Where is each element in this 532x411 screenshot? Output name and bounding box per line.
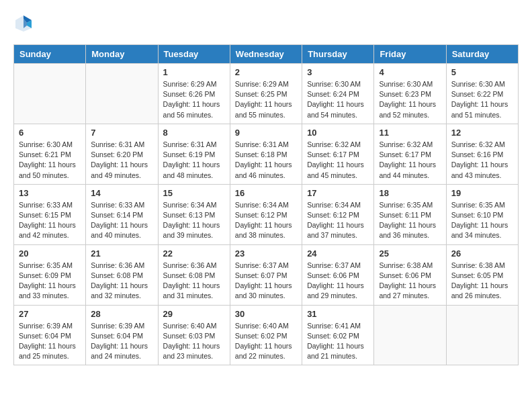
weekday-header-monday: Monday	[86, 45, 158, 64]
calendar-cell: 9Sunrise: 6:31 AM Sunset: 6:18 PM Daylig…	[230, 124, 302, 184]
day-info: Sunrise: 6:36 AM Sunset: 6:08 PM Dayligh…	[163, 261, 225, 302]
calendar-cell: 15Sunrise: 6:34 AM Sunset: 6:13 PM Dayli…	[158, 184, 230, 244]
day-info: Sunrise: 6:35 AM Sunset: 6:11 PM Dayligh…	[379, 200, 441, 241]
day-number: 31	[307, 309, 369, 319]
day-info: Sunrise: 6:33 AM Sunset: 6:15 PM Dayligh…	[19, 200, 81, 241]
calendar-cell	[86, 64, 158, 124]
day-number: 18	[379, 188, 441, 198]
day-info: Sunrise: 6:40 AM Sunset: 6:03 PM Dayligh…	[163, 321, 225, 362]
calendar-cell	[374, 305, 446, 365]
calendar-cell: 10Sunrise: 6:32 AM Sunset: 6:17 PM Dayli…	[302, 124, 374, 184]
day-number: 25	[379, 248, 441, 259]
day-info: Sunrise: 6:30 AM Sunset: 6:24 PM Dayligh…	[307, 79, 369, 120]
day-info: Sunrise: 6:41 AM Sunset: 6:02 PM Dayligh…	[307, 321, 369, 362]
day-info: Sunrise: 6:30 AM Sunset: 6:21 PM Dayligh…	[19, 140, 81, 181]
calendar-cell: 17Sunrise: 6:34 AM Sunset: 6:12 PM Dayli…	[302, 184, 374, 244]
day-info: Sunrise: 6:29 AM Sunset: 6:25 PM Dayligh…	[235, 79, 297, 120]
day-info: Sunrise: 6:33 AM Sunset: 6:14 PM Dayligh…	[91, 200, 152, 241]
day-number: 26	[451, 248, 513, 259]
calendar-cell: 14Sunrise: 6:33 AM Sunset: 6:14 PM Dayli…	[86, 184, 158, 244]
day-info: Sunrise: 6:38 AM Sunset: 6:05 PM Dayligh…	[451, 261, 513, 302]
calendar-cell: 3Sunrise: 6:30 AM Sunset: 6:24 PM Daylig…	[302, 64, 374, 124]
day-info: Sunrise: 6:32 AM Sunset: 6:16 PM Dayligh…	[451, 140, 513, 181]
calendar-cell: 30Sunrise: 6:40 AM Sunset: 6:02 PM Dayli…	[230, 305, 302, 365]
calendar-cell: 11Sunrise: 6:32 AM Sunset: 6:17 PM Dayli…	[374, 124, 446, 184]
day-info: Sunrise: 6:37 AM Sunset: 6:06 PM Dayligh…	[307, 261, 369, 302]
calendar-cell: 24Sunrise: 6:37 AM Sunset: 6:06 PM Dayli…	[302, 244, 374, 305]
day-number: 9	[235, 128, 297, 138]
day-info: Sunrise: 6:36 AM Sunset: 6:08 PM Dayligh…	[91, 261, 152, 302]
day-number: 17	[307, 188, 369, 198]
day-number: 27	[19, 309, 81, 319]
day-info: Sunrise: 6:31 AM Sunset: 6:20 PM Dayligh…	[91, 140, 152, 181]
calendar-cell: 31Sunrise: 6:41 AM Sunset: 6:02 PM Dayli…	[302, 305, 374, 365]
weekday-header-thursday: Thursday	[302, 45, 374, 64]
calendar-cell: 5Sunrise: 6:30 AM Sunset: 6:22 PM Daylig…	[446, 64, 518, 124]
day-number: 29	[163, 309, 225, 319]
day-number: 8	[163, 128, 225, 138]
day-number: 5	[451, 67, 513, 77]
calendar-cell: 16Sunrise: 6:34 AM Sunset: 6:12 PM Dayli…	[230, 184, 302, 244]
calendar-cell: 28Sunrise: 6:39 AM Sunset: 6:04 PM Dayli…	[86, 305, 158, 365]
day-info: Sunrise: 6:40 AM Sunset: 6:02 PM Dayligh…	[235, 321, 297, 362]
day-number: 3	[307, 67, 369, 77]
day-info: Sunrise: 6:30 AM Sunset: 6:23 PM Dayligh…	[379, 79, 441, 120]
day-info: Sunrise: 6:37 AM Sunset: 6:07 PM Dayligh…	[235, 261, 297, 302]
calendar-cell	[446, 305, 518, 365]
calendar-cell: 18Sunrise: 6:35 AM Sunset: 6:11 PM Dayli…	[374, 184, 446, 244]
calendar-cell: 25Sunrise: 6:38 AM Sunset: 6:06 PM Dayli…	[374, 244, 446, 305]
calendar-week-row: 6Sunrise: 6:30 AM Sunset: 6:21 PM Daylig…	[14, 124, 519, 184]
calendar-week-row: 13Sunrise: 6:33 AM Sunset: 6:15 PM Dayli…	[14, 184, 519, 244]
calendar-week-row: 20Sunrise: 6:35 AM Sunset: 6:09 PM Dayli…	[14, 244, 519, 305]
day-info: Sunrise: 6:31 AM Sunset: 6:18 PM Dayligh…	[235, 140, 297, 181]
calendar-week-row: 1Sunrise: 6:29 AM Sunset: 6:26 PM Daylig…	[14, 64, 519, 124]
calendar-cell: 19Sunrise: 6:35 AM Sunset: 6:10 PM Dayli…	[446, 184, 518, 244]
day-number: 13	[19, 188, 81, 198]
day-info: Sunrise: 6:39 AM Sunset: 6:04 PM Dayligh…	[91, 321, 152, 362]
day-number: 4	[379, 67, 441, 77]
day-number: 24	[307, 248, 369, 259]
calendar-cell: 7Sunrise: 6:31 AM Sunset: 6:20 PM Daylig…	[86, 124, 158, 184]
weekday-header-sunday: Sunday	[14, 45, 86, 64]
day-info: Sunrise: 6:30 AM Sunset: 6:22 PM Dayligh…	[451, 79, 513, 120]
weekday-header-friday: Friday	[374, 45, 446, 64]
day-info: Sunrise: 6:35 AM Sunset: 6:09 PM Dayligh…	[19, 261, 81, 302]
day-number: 10	[307, 128, 369, 138]
day-info: Sunrise: 6:35 AM Sunset: 6:10 PM Dayligh…	[451, 200, 513, 241]
calendar-cell: 22Sunrise: 6:36 AM Sunset: 6:08 PM Dayli…	[158, 244, 230, 305]
page-header	[13, 13, 519, 34]
day-number: 11	[379, 128, 441, 138]
weekday-header-wednesday: Wednesday	[230, 45, 302, 64]
calendar-cell: 2Sunrise: 6:29 AM Sunset: 6:25 PM Daylig…	[230, 64, 302, 124]
calendar-cell: 27Sunrise: 6:39 AM Sunset: 6:04 PM Dayli…	[14, 305, 86, 365]
calendar-cell: 12Sunrise: 6:32 AM Sunset: 6:16 PM Dayli…	[446, 124, 518, 184]
day-number: 28	[91, 309, 152, 319]
day-number: 20	[19, 248, 81, 259]
calendar-cell: 20Sunrise: 6:35 AM Sunset: 6:09 PM Dayli…	[14, 244, 86, 305]
calendar-cell: 13Sunrise: 6:33 AM Sunset: 6:15 PM Dayli…	[14, 184, 86, 244]
calendar-cell: 8Sunrise: 6:31 AM Sunset: 6:19 PM Daylig…	[158, 124, 230, 184]
day-number: 30	[235, 309, 297, 319]
calendar-cell: 29Sunrise: 6:40 AM Sunset: 6:03 PM Dayli…	[158, 305, 230, 365]
weekday-header-saturday: Saturday	[446, 45, 518, 64]
day-number: 14	[91, 188, 152, 198]
day-info: Sunrise: 6:31 AM Sunset: 6:19 PM Dayligh…	[163, 140, 225, 181]
logo-icon	[13, 13, 34, 34]
calendar-cell: 21Sunrise: 6:36 AM Sunset: 6:08 PM Dayli…	[86, 244, 158, 305]
calendar-cell	[14, 64, 86, 124]
day-number: 21	[91, 248, 152, 259]
calendar-week-row: 27Sunrise: 6:39 AM Sunset: 6:04 PM Dayli…	[14, 305, 519, 365]
calendar-header-row: SundayMondayTuesdayWednesdayThursdayFrid…	[14, 45, 519, 64]
day-number: 15	[163, 188, 225, 198]
day-number: 1	[163, 67, 225, 77]
day-number: 19	[451, 188, 513, 198]
day-number: 2	[235, 67, 297, 77]
day-info: Sunrise: 6:29 AM Sunset: 6:26 PM Dayligh…	[163, 79, 225, 120]
day-number: 23	[235, 248, 297, 259]
day-info: Sunrise: 6:34 AM Sunset: 6:12 PM Dayligh…	[235, 200, 297, 241]
calendar-cell: 4Sunrise: 6:30 AM Sunset: 6:23 PM Daylig…	[374, 64, 446, 124]
calendar-cell: 1Sunrise: 6:29 AM Sunset: 6:26 PM Daylig…	[158, 64, 230, 124]
day-number: 7	[91, 128, 152, 138]
day-number: 6	[19, 128, 81, 138]
weekday-header-tuesday: Tuesday	[158, 45, 230, 64]
